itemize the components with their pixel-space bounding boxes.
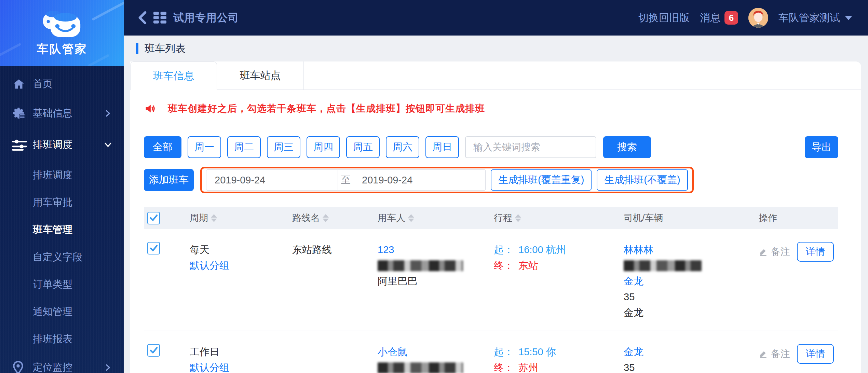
export-button[interactable]: 导出 [805,136,838,158]
sidebar-subitem-label: 自定义字段 [33,250,82,264]
notice-text: 班车创建好之后，勾选若干条班车，点击【生成排班】按钮即可生成排班 [168,102,485,115]
sidebar-subitem-notification[interactable]: 通知管理 [0,298,124,326]
search-button[interactable]: 搜索 [603,136,651,158]
sidebar-subitem-label: 班车管理 [33,223,72,237]
page-title: 班车列表 [145,42,186,56]
date-from-input[interactable]: 2019-09-24 [206,169,338,191]
col-header-user: 用车人 [378,212,405,224]
detail-button[interactable]: 详情 [797,344,834,364]
chevron-right-icon [104,110,112,117]
sidebar-subitem-label: 订单类型 [33,278,72,291]
sort-icon[interactable] [515,214,521,222]
sidebar-item-label: 排班调度 [33,138,104,152]
vehicle-brand-link[interactable]: 金龙 [624,273,745,289]
sort-icon[interactable] [323,214,329,222]
filter-friday-button[interactable]: 周五 [346,136,380,158]
group-link[interactable]: 默认分组 [190,360,278,373]
period-value: 工作日 [190,344,278,360]
sidebar-subitem-order-types[interactable]: 订单类型 [0,271,124,298]
sidebar: 车队管家 首页 基础信息 [0,0,124,373]
row-checkbox[interactable] [147,242,160,254]
passenger-link[interactable]: 123 [378,242,478,258]
sidebar-subitem-shuttle-management[interactable]: 班车管理 [0,216,124,244]
vehicle-model: 金龙 [624,305,745,320]
app-logo[interactable]: 车队管家 [0,0,124,66]
filter-tuesday-button[interactable]: 周二 [227,136,261,158]
company-name: 试用专用公司 [173,11,239,25]
home-icon [12,77,27,91]
col-header-action: 操作 [759,212,777,224]
sidebar-item-basic-info[interactable]: 基础信息 [0,99,124,128]
filter-saturday-button[interactable]: 周六 [386,136,419,158]
tab-shuttle-info[interactable]: 班车信息 [130,61,217,90]
filter-sunday-button[interactable]: 周日 [425,136,459,158]
chevron-down-icon [104,141,112,149]
notice-banner: 班车创建好之后，勾选若干条班车，点击【生成排班】按钮即可生成排班 [144,102,838,115]
sliders-icon [12,138,27,152]
decor-streak [87,54,109,66]
apps-grid-icon[interactable] [153,11,167,24]
redacted-phone [378,260,463,271]
sidebar-item-home[interactable]: 首页 [0,69,124,99]
user-menu[interactable]: 车队管家测试 [778,11,852,25]
sidebar-item-label: 定位监控 [33,361,104,373]
select-all-checkbox[interactable] [147,212,160,224]
switch-old-version-link[interactable]: 切换回旧版 [638,11,690,25]
user-name: 车队管家测试 [778,11,840,25]
col-header-period: 周期 [190,212,208,224]
sidebar-subitem-custom-fields[interactable]: 自定义字段 [0,244,124,271]
driver-link[interactable]: 林林林 [624,242,745,258]
date-to-input[interactable]: 2019-09-24 [354,169,486,191]
add-shuttle-button[interactable]: 添加班车 [144,169,194,191]
remark-label: 备注 [771,244,790,260]
avatar[interactable] [748,8,768,28]
gear-icon [12,107,27,120]
period-value: 每天 [190,242,278,258]
tab-shuttle-stops[interactable]: 班车站点 [217,61,304,90]
sidebar-subitem-scheduling[interactable]: 排班调度 [0,162,124,189]
trip-end-label: 终： [494,360,514,373]
filter-wednesday-button[interactable]: 周三 [267,136,300,158]
group-link[interactable]: 默认分组 [190,258,278,273]
generate-schedule-no-overwrite-button[interactable]: 生成排班(不覆盖) [597,169,688,191]
vehicle-brand-link[interactable]: 金龙 [624,344,745,360]
passenger-link[interactable]: 小仓鼠 [378,344,478,360]
sidebar-item-scheduling[interactable]: 排班调度 [0,128,124,162]
car-logo-icon [40,9,84,39]
col-header-route: 路线名 [292,212,320,224]
sidebar-subitem-label: 用车审批 [33,196,72,209]
col-header-driver: 司机/车辆 [624,212,663,224]
sort-icon[interactable] [408,214,414,222]
generate-schedule-overwrite-button[interactable]: 生成排班(覆盖重复) [491,169,592,191]
tab-strip: 班车信息 班车站点 [130,61,861,90]
location-pin-icon [12,361,27,373]
row-checkbox[interactable] [147,344,160,357]
trip-start-value: 15:50 你 [518,344,556,360]
remark-button[interactable]: 备注 [759,244,790,260]
filter-thursday-button[interactable]: 周四 [307,136,340,158]
messages-link[interactable]: 消息 6 [700,11,738,25]
trip-end-label: 终： [494,258,514,273]
detail-button[interactable]: 详情 [797,242,834,262]
trip-end-value: 东站 [518,258,538,273]
vehicle-seats: 35 [624,360,745,373]
sidebar-subitem-vehicle-approval[interactable]: 用车审批 [0,189,124,216]
megaphone-icon [144,103,155,114]
sidebar-item-location-monitor[interactable]: 定位监控 [0,353,124,373]
generate-highlight-box: 2019-09-24 至 2019-09-24 生成排班(覆盖重复) 生成排班(… [200,167,694,193]
redacted-phone [624,260,702,271]
back-chevron-icon[interactable] [138,11,147,24]
trip-end-value: 苏州 [518,360,538,373]
sidebar-item-label: 首页 [33,77,112,91]
filter-all-button[interactable]: 全部 [144,136,181,158]
chevron-right-icon [104,364,112,371]
page-title-row: 班车列表 [124,36,868,61]
remark-label: 备注 [771,346,790,362]
filter-monday-button[interactable]: 周一 [188,136,221,158]
sidebar-subitem-schedule-report[interactable]: 排班报表 [0,326,124,353]
table-row: 工作日 默认分组 小仓鼠 起：15:50 你 终：苏州 金龙 35 [144,331,838,373]
remark-button[interactable]: 备注 [759,346,790,362]
search-input[interactable] [465,136,596,158]
shuttle-table: 周期 路线名 用车人 行程 司机/车辆 操作 [144,207,838,373]
sort-icon[interactable] [211,214,217,222]
